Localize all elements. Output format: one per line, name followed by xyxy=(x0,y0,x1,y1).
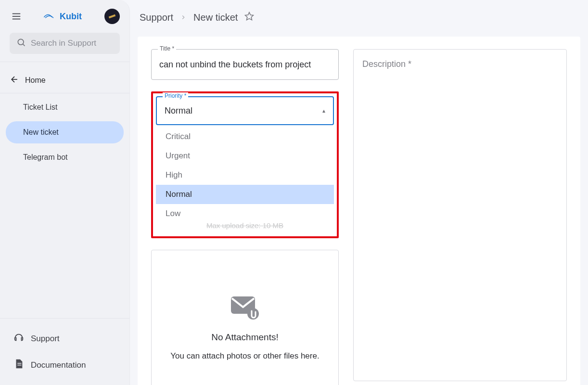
brand-wave-icon xyxy=(43,12,57,22)
svg-point-3 xyxy=(18,39,24,45)
document-icon xyxy=(13,359,24,372)
sidebar-bottom: Support Documentation xyxy=(0,318,129,385)
sidebar-header: Kubit xyxy=(0,9,129,33)
chevron-right-icon xyxy=(180,12,187,23)
description-label: Description * xyxy=(362,59,411,69)
priority-field: Priority * Normal ▴ xyxy=(156,96,334,125)
sidebar-bottom-label: Documentation xyxy=(31,360,86,370)
brand[interactable]: Kubit xyxy=(43,12,82,22)
priority-dropdown: Critical Urgent High Normal xyxy=(156,127,334,223)
caret-up-icon: ▴ xyxy=(322,107,325,114)
crumb-parent[interactable]: Support xyxy=(140,12,173,23)
svg-rect-6 xyxy=(17,363,21,363)
dropdown-item-label: Critical xyxy=(166,132,191,141)
sidebar-bottom-documentation[interactable]: Documentation xyxy=(0,352,129,378)
hamburger-icon[interactable] xyxy=(10,10,23,23)
svg-rect-7 xyxy=(17,365,21,365)
sidebar-item-label: Ticket List xyxy=(23,103,57,111)
breadcrumb: Support New ticket xyxy=(130,0,588,35)
title-label: Title * xyxy=(158,45,176,52)
sidebar: Kubit Home Ticket List xyxy=(0,0,130,385)
svg-marker-8 xyxy=(245,12,254,20)
title-input[interactable] xyxy=(151,49,339,80)
attachments-title: No Attachments! xyxy=(211,332,278,343)
sidebar-bottom-support[interactable]: Support xyxy=(0,325,129,352)
sidebar-item-label: New ticket xyxy=(23,128,59,136)
search-box[interactable] xyxy=(10,33,120,54)
app-layout: Kubit Home Ticket List xyxy=(0,0,588,385)
attachments-sub: You can attach photos or other files her… xyxy=(170,351,319,361)
search-icon xyxy=(16,38,26,49)
priority-option-urgent[interactable]: Urgent xyxy=(156,146,334,166)
sidebar-item-new-ticket[interactable]: New ticket xyxy=(6,121,124,143)
upload-hint-obscured: Max upload size: 10 MB xyxy=(156,221,334,233)
main: Support New ticket Title * xyxy=(130,0,588,385)
svg-line-4 xyxy=(23,44,25,46)
attachments-box[interactable]: No Attachments! You can attach photos or… xyxy=(151,250,339,385)
dropdown-item-label: High xyxy=(166,170,182,180)
sidebar-item-telegram-bot[interactable]: Telegram bot xyxy=(6,146,124,168)
sidebar-divider xyxy=(0,62,129,62)
sidebar-search-wrap xyxy=(0,33,129,59)
sidebar-bottom-label: Support xyxy=(31,334,60,344)
dropdown-item-label: Normal xyxy=(166,190,192,199)
priority-option-high[interactable]: High xyxy=(156,166,334,185)
priority-select[interactable]: Normal ▴ xyxy=(156,96,334,125)
avatar[interactable] xyxy=(104,9,120,24)
crumb-current: New ticket xyxy=(193,12,238,23)
arrow-left-icon xyxy=(10,75,19,86)
priority-label: Priority * xyxy=(163,92,188,99)
form-left-column: Title * Priority * Normal ▴ xyxy=(138,49,339,385)
content: Title * Priority * Normal ▴ xyxy=(130,35,588,385)
nav-home[interactable]: Home xyxy=(0,68,129,93)
form-right-column: Description * xyxy=(353,49,580,385)
description-field[interactable]: Description * xyxy=(353,49,567,381)
priority-value: Normal xyxy=(165,106,192,116)
priority-option-low[interactable]: Low xyxy=(156,204,334,223)
form-card: Title * Priority * Normal ▴ xyxy=(138,37,580,385)
dropdown-item-label: Low xyxy=(166,209,180,218)
nav-home-label: Home xyxy=(25,76,46,85)
sidebar-item-ticket-list[interactable]: Ticket List xyxy=(6,96,124,118)
priority-option-critical[interactable]: Critical xyxy=(156,127,334,146)
mail-attachment-icon xyxy=(228,293,262,323)
sidebar-item-label: Telegram bot xyxy=(23,153,68,161)
sidebar-nav: Home Ticket List New ticket Telegram bot xyxy=(0,65,129,174)
priority-highlight: Priority * Normal ▴ Critical Urgen xyxy=(151,91,339,238)
brand-name: Kubit xyxy=(60,12,82,22)
search-input[interactable] xyxy=(31,38,113,48)
dropdown-item-label: Urgent xyxy=(166,151,190,160)
star-icon[interactable] xyxy=(244,12,254,24)
priority-option-normal[interactable]: Normal xyxy=(156,185,334,204)
headset-icon xyxy=(13,332,24,345)
title-field: Title * xyxy=(151,49,339,80)
